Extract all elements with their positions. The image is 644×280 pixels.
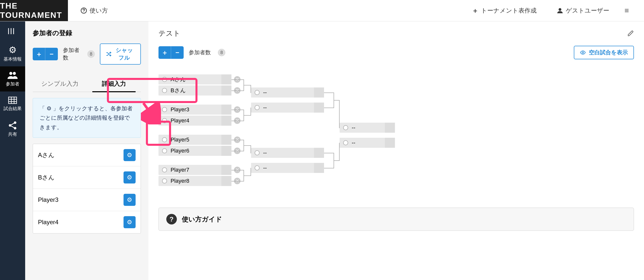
gear-icon: ⚙ bbox=[127, 174, 132, 181]
sidebar-item-participants[interactable]: 参加者 bbox=[0, 66, 25, 91]
list-item[interactable]: Bさん ⚙ bbox=[33, 166, 141, 189]
svg-point-9 bbox=[582, 52, 584, 53]
sidebar-item-bracket[interactable] bbox=[0, 21, 25, 41]
show-blank-button[interactable]: 空白試合を表示 bbox=[574, 46, 634, 59]
score-box[interactable] bbox=[221, 85, 231, 96]
bracket-slot[interactable]: Bさん bbox=[158, 85, 231, 96]
participant-name: Aさん bbox=[38, 151, 55, 159]
remove-participant-button[interactable]: − bbox=[45, 48, 58, 60]
bracket-slot[interactable]: Player3 bbox=[158, 105, 231, 115]
slot-name: -- bbox=[352, 139, 355, 146]
participant-name: Bさん bbox=[38, 173, 55, 181]
slot-name: -- bbox=[263, 150, 267, 156]
hamburger-menu-icon[interactable]: ≡ bbox=[624, 6, 629, 15]
add-participant-button[interactable]: ＋ bbox=[158, 46, 171, 59]
radio-icon[interactable] bbox=[343, 140, 348, 145]
svg-point-1 bbox=[84, 12, 84, 12]
radio-icon[interactable] bbox=[255, 150, 260, 155]
sidebar-item-label: 参加者 bbox=[6, 81, 19, 87]
score-box[interactable] bbox=[221, 74, 231, 84]
slot-name: -- bbox=[263, 89, 267, 96]
radio-icon[interactable] bbox=[162, 148, 167, 153]
radio-icon[interactable] bbox=[162, 137, 167, 142]
bracket-slot[interactable]: -- bbox=[340, 123, 395, 133]
bracket-slot[interactable]: Player4 bbox=[158, 116, 231, 126]
participant-settings-button[interactable]: ⚙ bbox=[124, 194, 136, 206]
radio-icon[interactable] bbox=[255, 90, 260, 95]
gear-icon: ⚙ bbox=[127, 219, 132, 226]
question-circle-icon bbox=[80, 7, 87, 14]
user-menu[interactable]: ゲストユーザー bbox=[552, 7, 614, 15]
radio-icon[interactable] bbox=[255, 105, 260, 110]
score-box[interactable] bbox=[221, 176, 231, 186]
bracket-slot[interactable]: -- bbox=[251, 103, 324, 113]
list-item[interactable]: Player4 ⚙ bbox=[33, 211, 141, 233]
list-item[interactable]: Player3 ⚙ bbox=[33, 189, 141, 211]
participant-settings-button[interactable]: ⚙ bbox=[124, 171, 136, 183]
participant-list: Aさん ⚙ Bさん ⚙ Player3 ⚙ Player4 ⚙ bbox=[33, 144, 141, 234]
list-item[interactable]: Aさん ⚙ bbox=[33, 144, 141, 166]
bracket-slot[interactable]: -- bbox=[251, 163, 324, 173]
bracket-slot[interactable]: Player5 bbox=[158, 135, 231, 145]
score-box[interactable] bbox=[314, 148, 324, 158]
score-box[interactable] bbox=[221, 116, 231, 126]
slot-name: Aさん bbox=[171, 76, 186, 83]
score-box[interactable] bbox=[314, 103, 324, 113]
add-remove-group: ＋ − bbox=[33, 48, 58, 60]
score-box[interactable] bbox=[221, 146, 231, 156]
sidebar-item-results[interactable]: 試合結果 bbox=[0, 91, 25, 117]
shuffle-button[interactable]: シャッフル bbox=[100, 43, 141, 65]
user-icon bbox=[557, 7, 563, 14]
tab-simple-input[interactable]: シンプル入力 bbox=[33, 76, 87, 92]
radio-icon[interactable] bbox=[162, 77, 167, 82]
score-box[interactable] bbox=[221, 135, 231, 145]
count-label: 参加者数 bbox=[63, 46, 80, 62]
radio-icon[interactable] bbox=[162, 178, 167, 183]
radio-icon[interactable] bbox=[162, 118, 167, 123]
bracket-slot[interactable]: Player7 bbox=[158, 165, 231, 175]
bracket-slot[interactable]: Player8 bbox=[158, 176, 231, 186]
participant-settings-button[interactable]: ⚙ bbox=[124, 216, 136, 228]
edit-title-button[interactable] bbox=[627, 30, 634, 37]
grid-icon bbox=[8, 97, 17, 104]
app-logo[interactable]: THE TOURNAMENT bbox=[0, 0, 68, 21]
radio-icon[interactable] bbox=[255, 165, 260, 170]
bracket-slot[interactable]: -- bbox=[340, 138, 395, 148]
score-box[interactable] bbox=[314, 163, 324, 173]
radio-icon[interactable] bbox=[343, 125, 348, 130]
radio-icon[interactable] bbox=[162, 107, 167, 112]
score-box[interactable] bbox=[221, 105, 231, 115]
bracket-slot[interactable]: -- bbox=[251, 87, 324, 98]
bracket-slot[interactable]: -- bbox=[251, 148, 324, 158]
radio-icon[interactable] bbox=[162, 88, 167, 93]
bracket-slot[interactable]: Player6 bbox=[158, 146, 231, 156]
svg-rect-5 bbox=[9, 97, 17, 104]
show-blank-label: 空白試合を表示 bbox=[589, 49, 628, 56]
score-box[interactable] bbox=[385, 138, 395, 148]
bracket-slot[interactable]: Aさん bbox=[158, 74, 231, 84]
gear-icon: ⚙ bbox=[127, 196, 132, 203]
score-box[interactable] bbox=[221, 165, 231, 175]
score-box[interactable] bbox=[385, 123, 395, 133]
bracket-icon bbox=[8, 28, 18, 35]
sidebar-item-share[interactable]: 共有 bbox=[0, 117, 25, 142]
usage-label: 使い方 bbox=[90, 7, 108, 15]
usage-link[interactable]: 使い方 bbox=[75, 0, 113, 21]
slot-name: -- bbox=[263, 165, 267, 171]
score-box[interactable] bbox=[314, 87, 324, 98]
create-tournament-link[interactable]: ＋ トーナメント表作成 bbox=[467, 6, 542, 15]
shuffle-label: シャッフル bbox=[114, 46, 135, 62]
radio-icon[interactable] bbox=[162, 167, 167, 172]
slot-name: -- bbox=[352, 124, 355, 131]
sidebar-item-basic-info[interactable]: ⚙ 基本情報 bbox=[0, 41, 25, 66]
add-participant-button[interactable]: ＋ bbox=[33, 48, 45, 60]
count-badge: 8 bbox=[218, 49, 225, 56]
remove-participant-button[interactable]: − bbox=[171, 46, 184, 59]
participant-settings-button[interactable]: ⚙ bbox=[124, 149, 136, 161]
left-sidebar: ⚙ 基本情報 参加者 試合結果 共有 bbox=[0, 21, 25, 280]
slot-name: Player4 bbox=[171, 117, 189, 124]
guide-card: ? 使い方ガイド bbox=[158, 208, 634, 231]
guide-header[interactable]: ? 使い方ガイド bbox=[159, 208, 634, 230]
tab-detail-input[interactable]: 詳細入力 bbox=[87, 76, 141, 92]
shuffle-icon bbox=[106, 51, 111, 57]
